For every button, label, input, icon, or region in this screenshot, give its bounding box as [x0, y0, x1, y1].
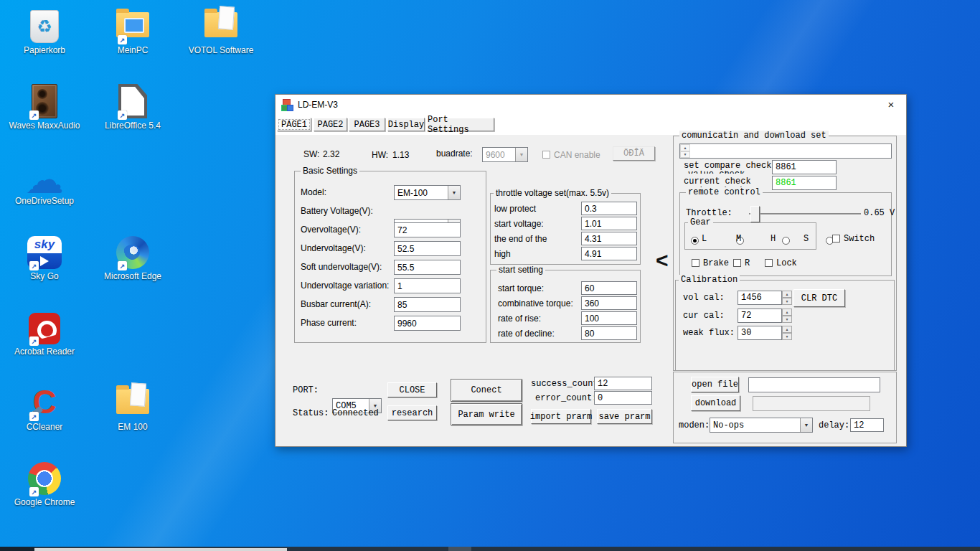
desktop-icon-papierkorb[interactable]: Papierkorb [5, 6, 84, 77]
throttle-voltage-group: throttle voltage set(max. 5.5v) low prot… [490, 193, 641, 265]
model-select[interactable]: EM-100 [394, 185, 461, 200]
spin-up-icon[interactable] [782, 326, 792, 333]
taskbar-start-area[interactable] [0, 547, 34, 551]
set-compare-field[interactable]: 8861 [772, 160, 837, 174]
undervoltage-field[interactable]: 52.5 [394, 241, 461, 256]
desktop-icon-label: MeinPC [93, 46, 172, 55]
current-check-field[interactable]: 8861 [772, 176, 837, 190]
delay-field[interactable]: 12 [850, 418, 884, 432]
desktop-icon-em100[interactable]: EM 100 [93, 382, 172, 454]
import-param-button[interactable]: import prarm [531, 409, 591, 424]
brake-checkbox[interactable] [692, 259, 699, 267]
baudrate-select[interactable]: 9600 [482, 147, 528, 162]
desktop-icon-microsoft-edge[interactable]: Microsoft Edge [93, 232, 172, 303]
start-voltage-field[interactable]: 1.01 [581, 217, 637, 230]
lock-checkbox[interactable] [765, 259, 773, 267]
spin-down-icon[interactable] [782, 333, 792, 340]
chevron-down-icon[interactable] [515, 148, 527, 161]
current-check-label: current check [684, 176, 771, 187]
desktop-icon-ccleaner[interactable]: C CCleaner [5, 382, 84, 454]
open-file-button[interactable]: open file [691, 377, 739, 392]
busbar-current-field[interactable]: 85 [394, 297, 461, 312]
taskbar-window-strip[interactable] [34, 548, 287, 551]
end-of-the-field[interactable]: 4.31 [581, 232, 637, 245]
throttle-slider-track[interactable] [749, 213, 861, 215]
can-enable-checkbox[interactable] [542, 151, 550, 159]
tab-display[interactable]: Display [387, 118, 425, 131]
open-file-field[interactable] [748, 377, 880, 392]
spin-down-icon[interactable] [782, 298, 792, 305]
close-icon[interactable]: × [884, 98, 898, 111]
switch-label: Switch [844, 234, 875, 244]
tab-page3[interactable]: PAGE3 [349, 118, 385, 131]
chevron-down-icon[interactable] [448, 186, 460, 199]
end-of-the-label: the end of the [494, 234, 547, 244]
tab-port-settings[interactable]: Port Settings [427, 118, 494, 131]
start-torque-field[interactable]: 60 [581, 281, 637, 295]
status-label: Status: [293, 408, 329, 418]
remote-control-group: remote control Throttle: 0.65 V Gear L M… [679, 192, 892, 276]
undervoltage-variation-field[interactable]: 1 [394, 278, 461, 293]
overvoltage-field[interactable]: 72 [394, 222, 461, 237]
cur-cal-spinner[interactable]: 72 [738, 309, 792, 323]
desktop-icon-votol-software[interactable]: VOTOL Software [182, 6, 260, 77]
lock-label: Lock [776, 258, 797, 268]
r-label: R [745, 258, 750, 268]
clr-dtc-button[interactable]: CLR DTC [793, 289, 845, 307]
gear-radio-l[interactable] [691, 237, 699, 245]
desktop-icon-meinpc[interactable]: MeinPC [93, 6, 172, 77]
combinative-torque-field[interactable]: 360 [581, 296, 637, 310]
chevron-down-icon[interactable] [800, 418, 812, 432]
start-torque-label: start torque: [498, 283, 544, 293]
research-button[interactable]: research [387, 405, 437, 420]
vol-cal-label: vol cal: [683, 293, 725, 303]
param-write-button[interactable]: Param write [451, 403, 522, 425]
high-label: high [494, 249, 511, 259]
comm-download-group: comunicatin and download set set compare… [673, 136, 897, 371]
desktop-icon-acrobat-reader[interactable]: Acrobat Reader [5, 307, 84, 379]
throttle-slider-handle[interactable] [750, 206, 760, 222]
taskbar-segment[interactable] [448, 547, 471, 551]
spin-up-icon[interactable] [782, 291, 792, 298]
shortcut-arrow-icon [118, 35, 127, 44]
save-param-button[interactable]: save prarm [597, 409, 652, 424]
comm-combo-spinner[interactable] [680, 144, 690, 158]
desktop-icon-sky-go[interactable]: sky Sky Go [5, 232, 84, 303]
tab-page1[interactable]: PAGE1 [277, 118, 311, 131]
comm-combo[interactable] [679, 143, 892, 159]
rate-of-rise-field[interactable]: 100 [581, 311, 637, 325]
desktop-icon-google-chrome[interactable]: Google Chrome [5, 458, 84, 529]
soft-undervoltage-field[interactable]: 55.5 [394, 260, 461, 275]
success-count-field[interactable]: 12 [594, 377, 652, 390]
r-checkbox[interactable] [733, 259, 741, 267]
desktop-icon-libreoffice[interactable]: LibreOffice 5.4 [93, 81, 172, 153]
error-count-field[interactable]: 0 [594, 391, 652, 405]
rate-of-decline-field[interactable]: 80 [581, 326, 637, 340]
connect-button[interactable]: Conect [451, 379, 522, 402]
high-field[interactable]: 4.91 [581, 247, 637, 260]
low-protect-field[interactable]: 0.3 [581, 202, 637, 215]
download-button[interactable]: download [691, 395, 740, 411]
vol-cal-spinner[interactable]: 1456 [738, 291, 792, 305]
spin-down-icon[interactable] [782, 316, 792, 323]
language-button[interactable]: ÖĐÎÄ [613, 146, 655, 161]
switch-checkbox[interactable] [832, 235, 840, 242]
undervoltage-label: Undervoltage(V): [301, 243, 366, 253]
tab-page2[interactable]: PAGE2 [314, 118, 347, 131]
shortcut-arrow-icon [29, 336, 39, 346]
moden-select[interactable]: No-ops [710, 418, 813, 433]
busbar-current-label: Busbar current(A): [301, 299, 371, 309]
phase-current-field[interactable]: 9960 [394, 316, 461, 331]
desktop-icon-onedrivesetup[interactable]: ☁ OneDriveSetup [5, 156, 84, 228]
spin-up-icon[interactable] [782, 309, 792, 316]
desktop-icon-waves-maxxaudio[interactable]: Waves MaxxAudio [5, 81, 84, 153]
close-port-button[interactable]: CLOSE [387, 382, 437, 397]
taskbar[interactable] [0, 547, 980, 551]
folder-pc-icon [116, 12, 149, 37]
window-titlebar[interactable]: LD-EM-V3 × [275, 95, 906, 114]
weak-flux-spinner[interactable]: 30 [738, 326, 792, 340]
basic-settings-title: Basic Settings [301, 166, 359, 176]
spin-up-icon [680, 144, 690, 151]
page1-content: SW: 2.32 HW: 1.13 buadrate: 9600 CAN ena… [275, 135, 906, 446]
gear-radio-h[interactable] [782, 237, 790, 245]
